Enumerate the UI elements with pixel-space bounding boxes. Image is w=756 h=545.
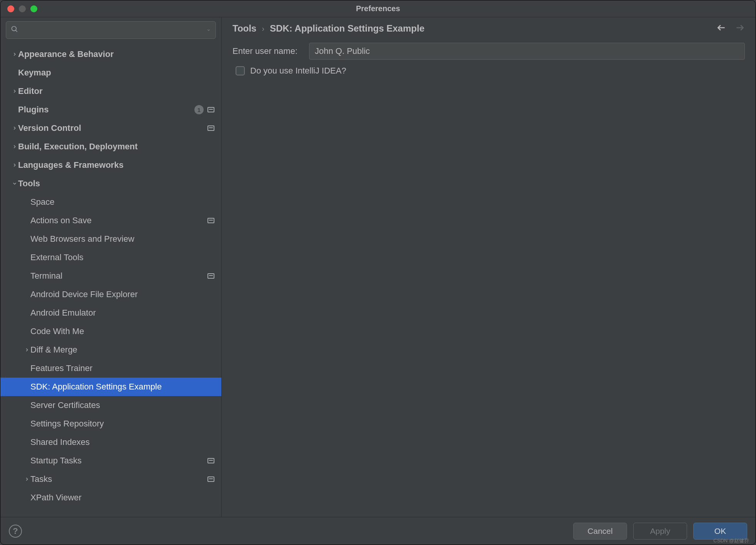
help-button[interactable]: ? <box>9 525 22 538</box>
sidebar-item[interactable]: Web Browsers and Preview <box>0 230 221 248</box>
use-intellij-label: Do you use IntelliJ IDEA? <box>250 66 346 76</box>
count-badge: 1 <box>194 105 204 114</box>
project-scope-icon <box>207 273 214 279</box>
search-input[interactable] <box>22 26 208 35</box>
sidebar-item[interactable]: Code With Me <box>0 322 221 341</box>
chevron-placeholder <box>23 439 30 446</box>
breadcrumb-leaf: SDK: Application Settings Example <box>270 23 425 34</box>
footer: ? Cancel Apply OK <box>0 517 756 545</box>
sidebar-item[interactable]: Space <box>0 193 221 211</box>
chevron-down-icon <box>206 28 211 32</box>
sidebar-item[interactable]: External Tools <box>0 248 221 267</box>
username-label: Enter user name: <box>232 46 298 56</box>
chevron-right-icon[interactable] <box>23 476 30 483</box>
use-intellij-checkbox[interactable] <box>236 66 245 75</box>
project-scope-icon <box>207 218 214 223</box>
sidebar-item[interactable]: Version Control <box>0 119 221 137</box>
username-field[interactable] <box>309 43 745 60</box>
search-input-container[interactable] <box>6 21 216 39</box>
sidebar-item-label: Android Device File Explorer <box>30 289 214 299</box>
chevron-placeholder <box>11 69 18 76</box>
sidebar-item[interactable]: Settings Repository <box>0 415 221 433</box>
svg-point-0 <box>12 27 17 31</box>
sidebar-item-label: Code With Me <box>30 326 214 336</box>
project-scope-icon <box>207 125 214 131</box>
titlebar: Preferences <box>0 0 756 17</box>
sidebar-item-label: Tools <box>18 179 214 189</box>
sidebar-item-label: XPath Viewer <box>30 493 214 503</box>
sidebar-item[interactable]: Plugins1 <box>0 100 221 119</box>
chevron-placeholder <box>23 457 30 464</box>
sidebar-item[interactable]: Server Certificates <box>0 396 221 415</box>
nav-back-button[interactable] <box>716 23 726 34</box>
sidebar-item[interactable]: XPath Viewer <box>0 488 221 507</box>
settings-form: Enter user name: Do you use IntelliJ IDE… <box>222 40 756 78</box>
sidebar-item[interactable]: Build, Execution, Deployment <box>0 137 221 156</box>
sidebar-item[interactable]: Android Device File Explorer <box>0 285 221 304</box>
chevron-right-icon[interactable] <box>23 346 30 353</box>
chevron-placeholder <box>23 365 30 372</box>
svg-line-1 <box>16 30 17 32</box>
search-icon <box>11 25 18 35</box>
watermark: CSDN @赵健乔 <box>713 537 749 544</box>
nav-forward-button <box>735 23 745 34</box>
ok-button[interactable]: OK <box>693 523 747 540</box>
sidebar-item[interactable]: Editor <box>0 82 221 100</box>
chevron-placeholder <box>23 217 30 224</box>
sidebar-item[interactable]: Features Trainer <box>0 359 221 378</box>
chevron-down-icon[interactable] <box>11 180 18 187</box>
chevron-placeholder <box>23 236 30 242</box>
chevron-right-icon[interactable] <box>11 143 18 150</box>
sidebar-item[interactable]: Keymap <box>0 64 221 82</box>
sidebar-item-label: Editor <box>18 86 214 96</box>
sidebar-item[interactable]: Diff & Merge <box>0 341 221 359</box>
chevron-right-icon[interactable] <box>11 88 18 95</box>
sidebar-item[interactable]: SDK: Application Settings Example <box>0 378 221 396</box>
maximize-window-button[interactable] <box>30 5 37 12</box>
sidebar-item[interactable]: Appearance & Behavior <box>0 45 221 64</box>
close-window-button[interactable] <box>7 5 14 12</box>
chevron-placeholder <box>11 106 18 113</box>
project-scope-icon <box>207 107 214 112</box>
sidebar-item-label: Version Control <box>18 123 207 133</box>
sidebar-item-label: Appearance & Behavior <box>18 49 214 59</box>
sidebar-item-label: Plugins <box>18 105 194 115</box>
settings-tree[interactable]: Appearance & BehaviorKeymapEditorPlugins… <box>0 43 221 517</box>
sidebar-item[interactable]: Terminal <box>0 267 221 285</box>
sidebar-item-label: Keymap <box>18 68 214 78</box>
sidebar-item[interactable]: Android Emulator <box>0 304 221 322</box>
chevron-right-icon[interactable] <box>11 51 18 58</box>
chevron-placeholder <box>23 420 30 427</box>
chevron-right-icon[interactable] <box>11 125 18 132</box>
sidebar-item[interactable]: Tools <box>0 174 221 193</box>
chevron-placeholder <box>23 328 30 335</box>
chevron-placeholder <box>23 199 30 206</box>
chevron-placeholder <box>23 272 30 279</box>
sidebar-item-label: Features Trainer <box>30 363 214 373</box>
chevron-placeholder <box>23 309 30 316</box>
chevron-right-icon[interactable] <box>11 162 18 169</box>
sidebar-item-label: Android Emulator <box>30 308 214 318</box>
chevron-placeholder <box>23 402 30 409</box>
main-panel: Tools › SDK: Application Settings Exampl… <box>222 17 756 517</box>
minimize-window-button[interactable] <box>19 5 26 12</box>
sidebar-item-label: Actions on Save <box>30 216 207 226</box>
sidebar-item-label: Server Certificates <box>30 400 214 410</box>
breadcrumb-root[interactable]: Tools <box>232 23 256 34</box>
sidebar-item[interactable]: Tasks <box>0 470 221 488</box>
sidebar-item[interactable]: Shared Indexes <box>0 433 221 451</box>
sidebar-item-label: Settings Repository <box>30 419 214 429</box>
cancel-button[interactable]: Cancel <box>573 523 627 540</box>
sidebar-item-label: Startup Tasks <box>30 456 207 466</box>
chevron-placeholder <box>23 291 30 298</box>
sidebar-item[interactable]: Actions on Save <box>0 211 221 230</box>
sidebar-item[interactable]: Languages & Frameworks <box>0 156 221 174</box>
sidebar-item-label: Languages & Frameworks <box>18 160 214 170</box>
project-scope-icon <box>207 476 214 482</box>
sidebar-item-label: SDK: Application Settings Example <box>30 382 214 392</box>
window-title: Preferences <box>356 4 400 13</box>
sidebar-item-label: Build, Execution, Deployment <box>18 142 214 152</box>
sidebar-item-label: Shared Indexes <box>30 437 214 447</box>
traffic-lights <box>0 5 37 12</box>
sidebar-item[interactable]: Startup Tasks <box>0 451 221 470</box>
